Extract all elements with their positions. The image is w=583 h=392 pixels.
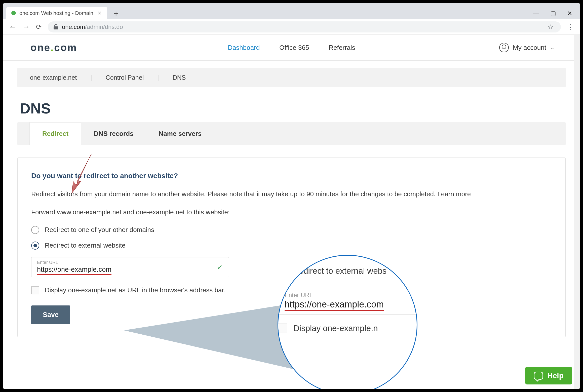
- tab-name-servers[interactable]: Name servers: [146, 122, 214, 145]
- page-viewport: one.com Dashboard Office 365 Referrals M…: [3, 35, 580, 389]
- check-icon: ✓: [217, 263, 223, 271]
- my-account-label: My account: [513, 44, 546, 52]
- bookmark-star-icon[interactable]: ☆: [548, 23, 553, 31]
- checkbox-icon: [31, 286, 39, 294]
- forward-label: Forward www.one-example.net and one-exam…: [31, 208, 552, 217]
- save-button[interactable]: Save: [31, 305, 70, 324]
- close-tab-icon[interactable]: ×: [97, 10, 102, 17]
- browser-tab[interactable]: one.com Web hosting - Domain ×: [6, 7, 107, 19]
- logo[interactable]: one.com: [30, 42, 77, 53]
- nav-dashboard[interactable]: Dashboard: [228, 44, 260, 52]
- window-maximize-icon[interactable]: ▢: [550, 10, 556, 17]
- top-nav: Dashboard Office 365 Referrals: [228, 44, 355, 52]
- dns-tabs: Redirect DNS records Name servers: [17, 122, 566, 145]
- page-title: DNS: [20, 100, 566, 117]
- tab-redirect[interactable]: Redirect: [29, 122, 81, 145]
- radio-own-domains[interactable]: Redirect to one of your other domains: [31, 226, 552, 234]
- window-minimize-icon[interactable]: —: [533, 10, 539, 17]
- address-bar[interactable]: one.com/admin/dns.do ☆: [48, 21, 561, 32]
- nav-office365[interactable]: Office 365: [279, 44, 309, 52]
- nav-referrals[interactable]: Referrals: [329, 44, 355, 52]
- browser-titlebar: one.com Web hosting - Domain × + — ▢ ✕: [3, 3, 580, 19]
- window-close-icon[interactable]: ✕: [567, 10, 572, 17]
- forward-button[interactable]: →: [22, 23, 30, 31]
- magnifier-display-label: Display one-example.n: [293, 324, 378, 333]
- breadcrumb: one-example.net | Control Panel | DNS: [17, 68, 566, 87]
- radio-icon: [31, 226, 39, 234]
- url-input-label: Enter URL: [37, 260, 223, 265]
- panel-heading: Do you want to redirect to another websi…: [31, 172, 552, 180]
- my-account-menu[interactable]: My account ⌄: [499, 43, 555, 52]
- help-button[interactable]: Help: [525, 367, 572, 384]
- display-url-label: Display one-example.net as URL in the br…: [45, 286, 225, 294]
- breadcrumb-control-panel[interactable]: Control Panel: [106, 74, 144, 81]
- checkbox-icon: [278, 324, 287, 333]
- favicon-icon: [11, 11, 16, 15]
- breadcrumb-domain[interactable]: one-example.net: [30, 74, 77, 81]
- panel-description: Redirect visitors from your domain name …: [31, 189, 552, 199]
- url-input-value: https://one-example.com: [37, 266, 111, 273]
- radio-icon: [31, 242, 39, 250]
- browser-menu-icon[interactable]: ⋮: [567, 23, 574, 31]
- breadcrumb-dns[interactable]: DNS: [173, 74, 186, 81]
- radio-external-website[interactable]: Redirect to external website: [31, 242, 552, 250]
- chevron-down-icon: ⌄: [550, 45, 555, 51]
- annotation-magnifier: edirect to one of y Redirect to external…: [278, 255, 417, 389]
- site-header: one.com Dashboard Office 365 Referrals M…: [3, 35, 580, 61]
- tab-dns-records[interactable]: DNS records: [81, 122, 146, 145]
- url-text: one.com/admin/dns.do: [62, 23, 123, 30]
- learn-more-link[interactable]: Learn more: [437, 190, 471, 198]
- new-tab-button[interactable]: +: [110, 8, 122, 19]
- lock-icon: [53, 24, 58, 30]
- radio-external-label: Redirect to external website: [45, 242, 126, 249]
- reload-button[interactable]: ⟳: [36, 24, 42, 30]
- chat-bubble-icon: [534, 372, 543, 380]
- tab-title: one.com Web hosting - Domain: [19, 10, 93, 16]
- help-label: Help: [547, 371, 564, 380]
- url-input[interactable]: Enter URL https://one-example.com ✓: [31, 257, 229, 277]
- browser-toolbar: ← → ⟳ one.com/admin/dns.do ☆ ⋮: [3, 19, 580, 35]
- avatar-icon: [499, 43, 509, 52]
- magnifier-opt-ext: Redirect to external webs: [293, 266, 386, 276]
- radio-own-label: Redirect to one of your other domains: [45, 226, 154, 234]
- magnifier-url-input: Enter URL https://one-example.com: [278, 287, 417, 315]
- back-button[interactable]: ←: [9, 23, 16, 31]
